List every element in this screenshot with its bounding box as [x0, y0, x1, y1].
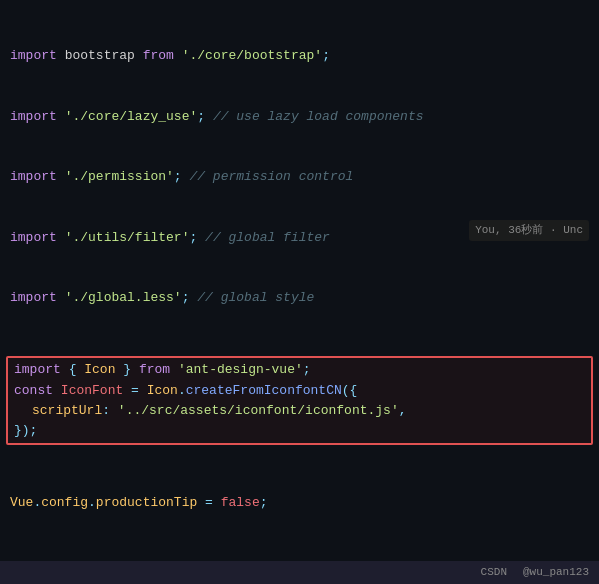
line-9: });: [14, 421, 585, 441]
platform-label: CSDN: [481, 564, 507, 581]
line-7: const IconFont = Icon.createFromIconfont…: [14, 381, 585, 401]
bottom-bar: CSDN @wu_pan123: [0, 561, 599, 584]
line-10: Vue.config.productionTip = false;: [10, 493, 589, 513]
line-1: import bootstrap from './core/bootstrap'…: [10, 46, 589, 66]
code-lines-top: import bootstrap from './core/bootstrap'…: [0, 0, 599, 354]
user-label: @wu_pan123: [523, 564, 589, 581]
status-bar: You, 36秒前 · Unc: [469, 220, 589, 241]
code-editor: import bootstrap from './core/bootstrap'…: [0, 0, 599, 584]
line-2: import './core/lazy_use'; // use lazy lo…: [10, 107, 589, 127]
line-3: import './permission'; // permission con…: [10, 167, 589, 187]
line-8: scriptUrl: '../src/assets/iconfont/iconf…: [14, 401, 585, 421]
status-text: You, 36秒前 · Unc: [475, 224, 583, 236]
line-5: import './global.less'; // global style: [10, 288, 589, 308]
highlight-block-1: import { Icon } from 'ant-design-vue'; c…: [6, 356, 593, 445]
line-6: import { Icon } from 'ant-design-vue';: [14, 360, 585, 380]
